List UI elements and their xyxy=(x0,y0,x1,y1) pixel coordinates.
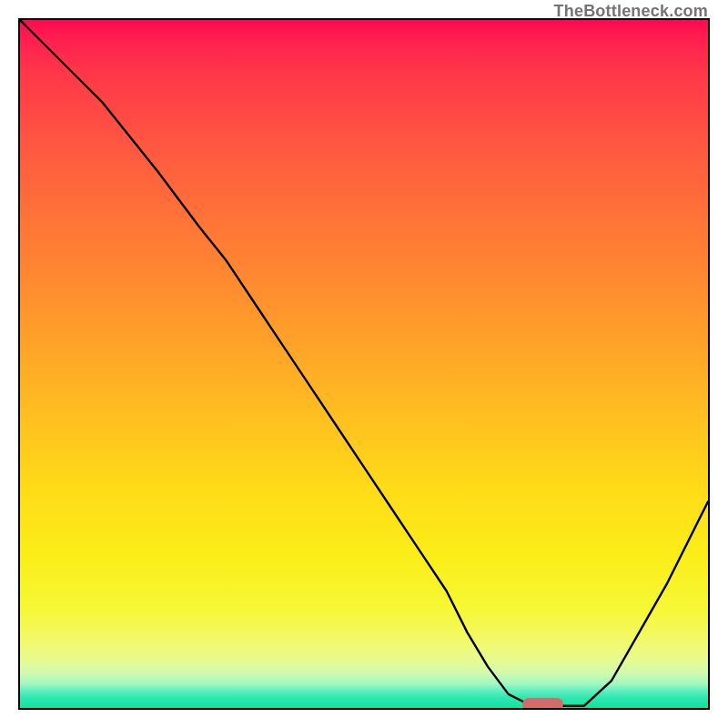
plot-area xyxy=(18,18,710,710)
watermark-text: TheBottleneck.com xyxy=(554,2,708,21)
optimum-marker xyxy=(522,698,563,710)
bottleneck-curve xyxy=(20,20,708,708)
chart-container: TheBottleneck.com xyxy=(0,0,728,728)
